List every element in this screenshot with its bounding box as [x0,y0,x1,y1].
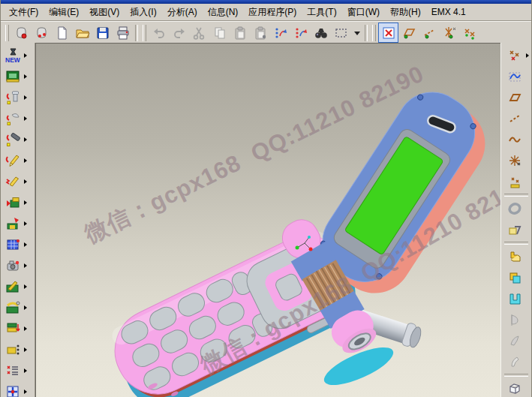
menu-file[interactable]: 文件(F) [4,4,44,21]
print-button[interactable] [113,23,133,43]
mouse-gesture-button[interactable] [32,23,52,43]
menu-emx-version[interactable]: EMX 4.1 [426,5,471,20]
find-button[interactable] [311,23,331,43]
cut-button [189,23,209,43]
snap-face-button[interactable] [398,23,419,43]
selection-marquee-button[interactable] [331,23,351,43]
toolbar-separator [504,194,528,197]
mw-spring-hook-button[interactable] [1,108,35,129]
flyout-arrow-icon[interactable] [24,326,27,331]
mw-workpiece-icon [5,341,21,358]
regenerate-button[interactable] [290,23,311,43]
copy-button [209,23,230,43]
menu-analysis[interactable]: 分析(A) [162,4,203,21]
toolbar-grip[interactable] [372,25,376,41]
flyout-arrow-icon[interactable] [24,389,27,394]
flyout-arrow-icon[interactable] [24,74,27,79]
line-icon [506,110,523,127]
menu-window[interactable]: 窗口(W) [342,4,385,21]
flyout-arrow-icon[interactable] [24,116,27,121]
flyout-arrow-icon[interactable] [24,200,27,205]
mw-camera-button[interactable] [1,255,35,276]
flyout-arrow-icon[interactable] [24,53,27,58]
revolve-button [501,309,531,330]
menu-view[interactable]: 视图(V) [84,4,125,21]
mw-moldbase-button[interactable] [1,66,35,87]
snap-point-icon [461,25,478,41]
mw-ejector-button[interactable] [1,213,35,234]
snap-midpoint-button[interactable] [419,23,439,43]
toolbar-separator [504,242,528,245]
line-button[interactable] [501,108,531,129]
regenerate-icon [293,25,309,41]
update-display-button[interactable] [270,23,290,43]
mw-gate-button[interactable] [1,150,35,171]
point-button[interactable] [501,150,531,171]
menu-edit[interactable]: 编辑(E) [44,4,84,21]
mw-screw-button[interactable] [1,129,35,150]
feature-toolbar [500,43,531,397]
mw-plates-button[interactable] [1,318,35,339]
flyout-arrow-icon[interactable] [24,137,27,142]
svg-text:NEW: NEW [5,56,21,64]
flyout-arrow-icon[interactable] [24,242,27,247]
mw-gate-icon [5,152,21,169]
mw-insert-button[interactable] [1,192,35,213]
find-icon [313,25,329,41]
toolbar-grip[interactable] [143,25,146,41]
dropdown-arrow-button[interactable] [351,23,362,43]
block-button[interactable] [501,378,531,397]
flyout-arrow-icon[interactable] [24,347,27,352]
flyout-arrow-icon[interactable] [24,221,27,226]
menu-information[interactable]: 信息(N) [203,4,244,21]
snap-intersection-button[interactable] [439,23,459,43]
paste-special-icon [252,25,269,41]
mw-standard-part-button[interactable] [1,87,35,108]
mw-parting-button[interactable] [1,297,35,318]
mw-pocket-icon [5,236,21,253]
menu-help[interactable]: 帮助(H) [385,4,426,21]
flyout-arrow-icon[interactable] [24,368,27,373]
point-on-face-button[interactable] [501,171,531,192]
snap-point-button[interactable] [459,23,479,43]
mw-layout-button[interactable] [1,381,35,397]
open-file-icon [74,25,91,41]
paste-special-button [250,23,270,43]
sketch-icon [506,221,523,238]
cavity-icon [506,290,523,307]
mw-bom-button[interactable] [1,360,35,381]
mw-trim-icon [5,278,21,295]
mw-new-project-button[interactable]: NEW [1,45,35,66]
menu-application[interactable]: 应用程序(P) [243,4,302,21]
studio-spline-button[interactable] [501,129,531,150]
flyout-arrow-icon[interactable] [24,95,27,100]
mouse-select-button[interactable] [11,23,32,43]
flyout-arrow-icon[interactable] [24,263,27,268]
toolbar-grip[interactable] [5,25,9,41]
point-set-button[interactable] [501,45,531,66]
open-file-button[interactable] [72,23,92,43]
mw-workpiece-button[interactable] [1,339,35,360]
mw-trim-button[interactable] [1,276,35,297]
boolean-button[interactable] [501,267,531,288]
sketch-button[interactable] [501,219,531,240]
extrude-button[interactable] [501,246,531,267]
mw-runner-button[interactable] [1,171,35,192]
flyout-arrow-icon[interactable] [526,53,529,58]
new-file-button[interactable] [52,23,72,43]
spline-button[interactable] [501,66,531,87]
cavity-button[interactable] [501,288,531,309]
undo-button [149,23,169,43]
flyout-arrow-icon[interactable] [24,158,27,163]
torus-button[interactable] [501,198,531,219]
rectangle-button[interactable] [501,87,531,108]
snap-disable-button[interactable] [378,23,398,43]
save-button[interactable] [92,23,113,43]
flyout-arrow-icon[interactable] [24,179,27,184]
menu-insert[interactable]: 插入(I) [125,4,161,21]
mw-pocket-button[interactable] [1,234,35,255]
flyout-arrow-icon[interactable] [24,305,27,310]
flyout-arrow-icon[interactable] [24,284,27,289]
menu-tools[interactable]: 工具(T) [302,4,341,21]
graphics-viewport[interactable]: 微信：gcpx168 QQ:11210 82190 微信：gcpx168 QQ:… [35,43,500,397]
